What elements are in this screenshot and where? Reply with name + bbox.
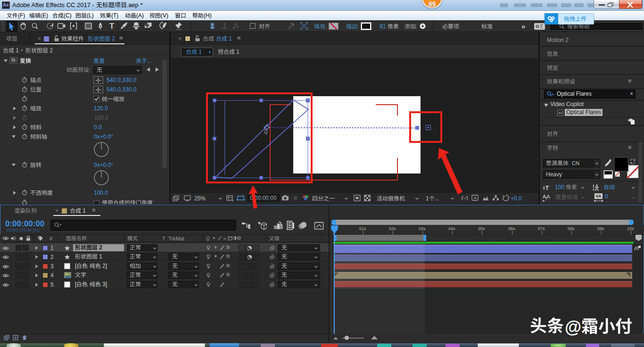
svg-text:fx: fx <box>223 237 227 241</box>
